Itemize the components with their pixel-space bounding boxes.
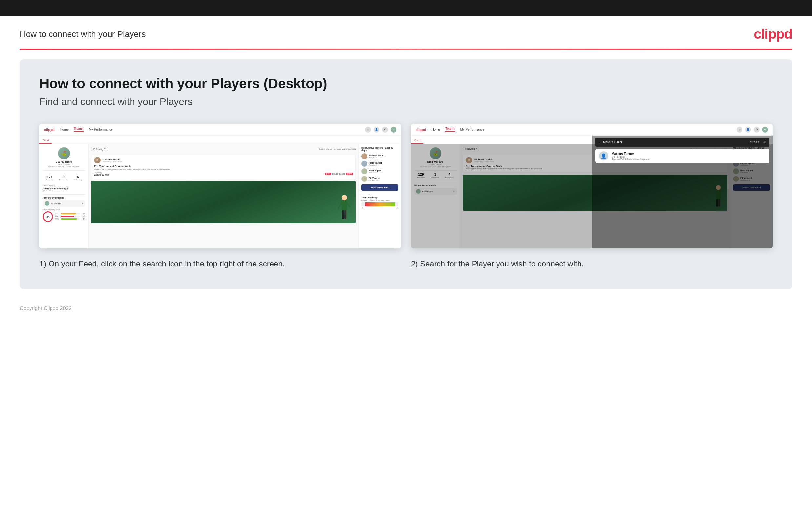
settings-icon-2[interactable]: ⚙	[754, 127, 760, 133]
close-icon[interactable]: ×	[763, 139, 766, 145]
right-panel-1: Most Active Players - Last 30 days Richa…	[359, 144, 401, 248]
page-title: How to connect with your Players	[20, 29, 146, 39]
profile-club: Mill Ride Golf Club, United Kingdom	[43, 166, 85, 168]
player-piers: Piers Parnell Activities: 4	[362, 161, 398, 167]
profile-icon[interactable]: 👤	[374, 127, 379, 133]
most-active-title: Most Active Players - Last 30 days	[362, 147, 398, 151]
user-avatar-icon-2[interactable]: B	[762, 127, 768, 133]
app-body-1: ⛳ Blair McHarg Golf Coach Mill Ride Golf…	[39, 144, 401, 248]
heatmap-bar-container	[362, 203, 398, 206]
player-eli-acts: Activities: 1	[369, 179, 380, 181]
player-eli-info: Eli Vincent Activities: 1	[369, 177, 380, 181]
user-avatar-icon[interactable]: B	[391, 127, 396, 133]
player-select[interactable]: Eli Vincent ▾	[43, 200, 85, 207]
clear-button[interactable]: CLEAR	[750, 141, 760, 144]
app-nav-2: clippd Home Teams My Performance ⌕ 👤 ⚙ B	[411, 124, 773, 135]
stat-followers-label: Followers	[59, 179, 68, 181]
ott-label: OTT	[55, 213, 60, 215]
shot-tags: OTT APP ARG PUTT	[325, 173, 353, 175]
nav2-my-performance[interactable]: My Performance	[461, 128, 484, 131]
search-result-card[interactable]: 👤 Marcus Turner 1-5 Handicap Cypress Poi…	[595, 149, 770, 163]
main-title: How to connect with your Players (Deskto…	[39, 76, 773, 92]
settings-icon[interactable]: ⚙	[382, 127, 388, 133]
stat-following: 4 Following	[74, 175, 82, 181]
stat-followers-number: 3	[59, 175, 68, 179]
latest-label: Latest Activity	[43, 185, 85, 187]
profile-icon-2[interactable]: 👤	[745, 127, 751, 133]
left-panel-1: ⛳ Blair McHarg Golf Coach Mill Ride Golf…	[39, 144, 89, 248]
copyright: Copyright Clippd 2022	[20, 305, 71, 311]
app-bar-bg	[61, 216, 80, 217]
quality-bar-app: APP 70	[55, 215, 85, 217]
activity-card: R Richard Butler Yesterday · The Grove P…	[91, 154, 356, 179]
feed-tab-2[interactable]: Feed	[411, 139, 423, 144]
activity-card-header: R Richard Butler Yesterday · The Grove	[94, 157, 353, 163]
search-icon[interactable]: ⌕	[365, 127, 371, 133]
profile-section: ⛳ Blair McHarg Golf Coach Mill Ride Golf…	[43, 147, 85, 171]
logo: clippd	[754, 26, 792, 42]
app-bar-fill	[61, 216, 74, 217]
quality-display: 84 OTT 79	[43, 211, 85, 222]
nav-my-performance[interactable]: My Performance	[89, 128, 113, 131]
team-heatmap-section: Team Heatmap Player Quality - 20 Round T…	[362, 194, 398, 209]
stat-activities: 129 Activities	[46, 175, 53, 181]
activity-card-name: Richard Butler	[103, 158, 122, 161]
player-piers-info: Piers Parnell Activities: 4	[369, 162, 382, 166]
activity-card-date: Yesterday · The Grove	[103, 161, 122, 163]
nav-home[interactable]: Home	[60, 128, 68, 131]
avatar: ⛳	[58, 147, 70, 159]
nav2-home[interactable]: Home	[431, 128, 440, 131]
activity-card-info: Richard Butler Yesterday · The Grove	[103, 158, 122, 163]
stats-row: 129 Activities 3 Followers 4 Following	[43, 173, 85, 183]
duration-value: 02 hr : 00 min	[94, 174, 109, 176]
search-glass-icon: ⌕	[599, 140, 601, 144]
heatmap-title: Team Heatmap	[362, 196, 398, 199]
search-result-name: Marcus Turner	[612, 152, 649, 156]
screenshot-1: clippd Home Teams My Performance ⌕ 👤 ⚙ B…	[39, 124, 401, 248]
search-result-info: Marcus Turner 1-5 Handicap Cypress Point…	[612, 152, 649, 160]
activity-card-avatar: R	[94, 157, 101, 163]
quality-label: Total Player Quality	[43, 209, 85, 211]
golfer-figure	[336, 194, 352, 223]
stat-followers: 3 Followers	[59, 175, 68, 181]
search-overlay: ⌕ Marcus Turner CLEAR × 👤 Marcus Turner …	[592, 135, 773, 248]
feed-tab[interactable]: Feed	[39, 139, 52, 144]
player-select-avatar	[45, 201, 49, 206]
following-chevron: ▾	[104, 148, 106, 150]
search-bar-overlay: ⌕ Marcus Turner CLEAR ×	[595, 137, 770, 147]
nav-icons: ⌕ 👤 ⚙ B	[365, 127, 396, 133]
tag-ott: OTT	[325, 173, 331, 175]
nav-teams[interactable]: Teams	[74, 127, 83, 132]
player-piers-avatar	[362, 161, 367, 167]
svg-rect-2	[342, 210, 344, 219]
header: How to connect with your Players clippd	[0, 16, 812, 49]
svg-rect-3	[344, 210, 346, 219]
following-button[interactable]: Following ▾	[91, 147, 108, 151]
stat-activities-number: 129	[46, 175, 53, 179]
quality-bar-ott: OTT 79	[55, 213, 85, 215]
nav2-teams[interactable]: Teams	[445, 127, 455, 132]
player-piers-name: Piers Parnell	[369, 162, 382, 164]
player-eli-name: Eli Vincent	[369, 177, 380, 179]
team-dashboard-button[interactable]: Team Dashboard	[362, 184, 398, 190]
arg-value: 84	[81, 218, 85, 220]
main-content: How to connect with your Players (Deskto…	[20, 59, 792, 289]
tag-putt: PUTT	[346, 173, 353, 175]
player-richard-acts: Activities: 7	[369, 157, 384, 159]
stat-following-label: Following	[74, 179, 82, 181]
chevron-down-icon: ▾	[82, 202, 83, 205]
screenshot-2-container: clippd Home Teams My Performance ⌕ 👤 ⚙ B…	[411, 124, 773, 269]
player-performance-title: Player Performance	[43, 197, 85, 199]
description-2: 2) Search for the Player you wish to con…	[411, 258, 773, 269]
app-label: APP	[55, 215, 60, 217]
app-logo-2: clippd	[416, 128, 426, 132]
svg-line-5	[347, 203, 350, 207]
footer: Copyright Clippd 2022	[0, 299, 812, 318]
player-richard: Richard Butler Activities: 7	[362, 153, 398, 159]
control-link[interactable]: Control who can see your activity and da…	[319, 148, 356, 150]
screenshot-1-container: clippd Home Teams My Performance ⌕ 👤 ⚙ B…	[39, 124, 401, 269]
heatmap-subtitle: Player Quality - 20 Round Trend	[362, 199, 398, 201]
center-panel-1: Following ▾ Control who can see your act…	[89, 144, 359, 248]
nav2-icons: ⌕ 👤 ⚙ B	[736, 127, 768, 133]
search-icon-2[interactable]: ⌕	[736, 127, 743, 133]
